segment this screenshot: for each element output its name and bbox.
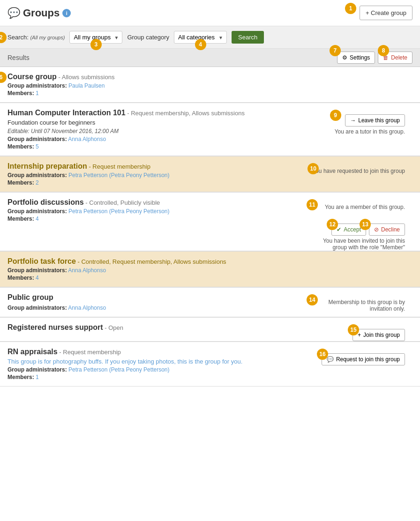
join-group-button[interactable]: + Join this group: [352, 329, 405, 341]
group-admin: Group administrators: Petra Petterson (P…: [8, 172, 298, 179]
group-name: Course group: [8, 73, 57, 81]
group-name: Internship preparation: [8, 162, 87, 170]
group-item: Public group Group administrators: Anna …: [0, 287, 420, 317]
invite-text: You have been invited to join this group…: [311, 238, 405, 251]
group-name: Registered nurses support: [8, 323, 103, 331]
create-group-button[interactable]: + Create group: [360, 6, 412, 20]
group-item: Portfolio task force - Controlled, Reque…: [0, 251, 420, 287]
badge-14: 14: [307, 294, 318, 305]
admin-link[interactable]: Petra Petterson (Petra Peony Petterson): [68, 208, 169, 215]
group-filter-wrapper: All my groups My groups All groups 3: [69, 31, 122, 44]
group-admin: Group administrators: Anna Alphonso: [8, 136, 298, 142]
members-link[interactable]: 4: [36, 275, 39, 281]
group-name: RN appraisals: [8, 348, 58, 356]
decline-icon: ⊘: [374, 226, 379, 233]
settings-button[interactable]: ⚙ Settings: [337, 52, 375, 64]
search-button[interactable]: Search: [232, 31, 264, 44]
group-name: Portfolio task force: [8, 257, 76, 265]
group-item: 6 Course group - Allows submissions Grou…: [0, 67, 420, 103]
admin-link[interactable]: Anna Alphonso: [68, 136, 106, 142]
page-title: Groups: [23, 7, 60, 19]
badge-2: 2: [0, 32, 7, 43]
group-members: Members: 1: [8, 90, 298, 97]
group-subtitle: - Request membership: [89, 163, 150, 170]
group-editable: Editable: Until 07 November 2016, 12:00 …: [8, 128, 298, 134]
badge-11: 11: [307, 199, 318, 210]
group-actions: 10 You have requested to join this group: [312, 168, 405, 174]
members-link[interactable]: 5: [36, 143, 39, 150]
member-status: You are a member of this group.: [325, 204, 405, 210]
members-link[interactable]: 4: [36, 216, 39, 222]
badge-1: 1: [345, 3, 356, 14]
decline-button[interactable]: ⊘ Decline: [369, 223, 405, 236]
group-members: Members: 5: [8, 143, 298, 150]
group-actions: 11 You are a member of this group. 12 ✔ …: [311, 204, 405, 251]
info-icon[interactable]: i: [62, 9, 71, 17]
group-members: Members: 2: [8, 179, 298, 186]
group-actions: 9 → Leave this group You are a tutor in …: [335, 114, 405, 135]
group-item: Registered nurses support - Open 15 + Jo…: [0, 317, 420, 342]
comment-icon: 💬: [327, 356, 334, 363]
invitation-status: Membership to this group is by invitatio…: [311, 299, 405, 312]
badge-6: 6: [0, 72, 7, 83]
admin-link[interactable]: Petra Petterson (Petra Peony Petterson): [68, 366, 169, 373]
group-actions: 15 + Join this group: [352, 329, 405, 341]
badge-3: 3: [90, 39, 102, 50]
badge-16: 16: [317, 349, 328, 360]
group-name: Portfolio discussions: [8, 198, 84, 206]
group-subtitle: - Allows submissions: [59, 74, 115, 81]
group-admin: Group administrators: Paula Paulsen: [8, 82, 298, 89]
tutor-status: You are a tutor in this group.: [335, 128, 405, 135]
group-admin: Group administrators: Anna Alphonso: [8, 305, 298, 311]
members-link[interactable]: 1: [36, 374, 39, 380]
group-subtitle: - Controlled, Request membership, Allows…: [77, 258, 226, 265]
group-members: Members: 1: [8, 374, 298, 380]
gear-icon: ⚙: [342, 54, 347, 61]
admin-link[interactable]: Petra Petterson (Petra Peony Petterson): [68, 172, 169, 179]
group-name: Human Computer Interaction 101: [8, 109, 126, 117]
group-item: Internship preparation - Request members…: [0, 156, 420, 192]
group-actions: 16 💬 Request to join this group: [322, 353, 405, 365]
group-admin: Group administrators: Petra Petterson (P…: [8, 208, 298, 215]
group-subtitle: - Request membership: [59, 349, 121, 356]
results-label: Results: [8, 54, 30, 61]
arrow-right-icon: →: [350, 117, 356, 124]
admin-link[interactable]: Paula Paulsen: [68, 82, 105, 89]
group-item: Portfolio discussions - Controlled, Publ…: [0, 192, 420, 251]
admin-link[interactable]: Anna Alphonso: [68, 267, 106, 274]
group-admin: Group administrators: Anna Alphonso: [8, 267, 298, 274]
category-filter-wrapper: All categories 4: [174, 31, 227, 44]
leave-group-button[interactable]: → Leave this group: [345, 114, 405, 127]
admin-link[interactable]: Anna Alphonso: [68, 305, 106, 311]
badge-9: 9: [330, 110, 341, 121]
group-item: Human Computer Interaction 101 - Request…: [0, 103, 420, 156]
badge-7: 7: [330, 45, 341, 56]
all-my-label: (All my groups): [30, 35, 65, 40]
group-name: Public group: [8, 293, 53, 301]
group-members: Members: 4: [8, 275, 298, 281]
group-description: Foundation course for beginners: [8, 119, 298, 126]
action-buttons: 12 ✔ Accept 13 ⊘ Decline: [331, 223, 405, 236]
request-join-button[interactable]: 💬 Request to join this group: [322, 353, 405, 365]
search-label: Search: (All my groups): [8, 34, 65, 41]
groups-icon: 💬: [8, 7, 20, 19]
group-subtitle: - Request membership, Allows submissions: [127, 110, 245, 117]
group-subtitle: - Controlled, Publicly visible: [85, 199, 160, 206]
group-subtitle: - Open: [105, 324, 123, 331]
badge-8: 8: [378, 45, 389, 56]
badge-4: 4: [195, 39, 206, 50]
group-item: RN appraisals - Request membership This …: [0, 342, 420, 387]
category-label: Group category: [127, 34, 169, 41]
group-admin: Group administrators: Petra Petterson (P…: [8, 366, 298, 373]
request-status: You have requested to join this group: [312, 168, 405, 174]
members-link[interactable]: 1: [36, 90, 39, 97]
page-header: 💬 Groups i + Create group 1: [0, 0, 420, 26]
group-actions: 14 Membership to this group is by invita…: [311, 299, 405, 312]
group-members: Members: 4: [8, 216, 298, 222]
check-icon: ✔: [337, 226, 341, 233]
members-link[interactable]: 2: [36, 179, 39, 186]
search-bar: 2 Search: (All my groups) All my groups …: [0, 26, 420, 49]
group-description: This group is for photography buffs. If …: [8, 358, 298, 365]
badge-15: 15: [348, 324, 359, 335]
